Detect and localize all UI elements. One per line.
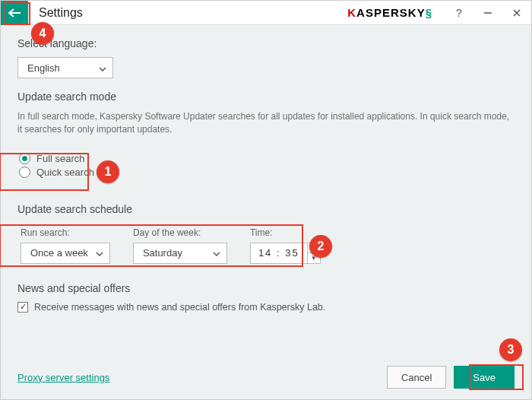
language-value: English [27, 62, 60, 74]
news-checkbox-label: Receive messages with news and special o… [34, 302, 325, 313]
radio-quick-label: Quick search [36, 167, 94, 178]
checkbox-icon [17, 302, 28, 313]
time-value: 14 : 35 [251, 243, 307, 263]
chevron-down-icon [213, 247, 220, 259]
dow-dropdown[interactable]: Saturday [133, 243, 227, 264]
kaspersky-logo: KASPERSKY§ [347, 6, 432, 19]
time-up-button[interactable]: ▲ [308, 243, 320, 253]
cancel-button[interactable]: Cancel [387, 366, 446, 389]
close-button[interactable] [502, 1, 531, 25]
time-down-button[interactable]: ▼ [308, 253, 320, 263]
news-heading: News and special offers [17, 282, 515, 294]
news-checkbox-row[interactable]: Receive messages with news and special o… [17, 302, 515, 313]
run-search-label: Run search: [21, 227, 110, 238]
help-button[interactable]: ? [445, 1, 473, 25]
radio-full-label: Full search [36, 153, 85, 164]
save-button[interactable]: Save [454, 366, 515, 389]
news-section: News and special offers Receive messages… [17, 282, 515, 313]
search-mode-radio-group: Full search Quick search [17, 149, 102, 185]
dow-value: Saturday [143, 247, 182, 259]
back-button[interactable] [1, 1, 28, 25]
language-section: Select language: English [17, 37, 515, 78]
radio-icon [19, 167, 30, 178]
language-dropdown[interactable]: English [17, 57, 113, 78]
chevron-down-icon [96, 247, 103, 259]
content: Select language: English Update search m… [1, 25, 531, 399]
minimize-button[interactable] [473, 1, 502, 25]
time-spinners: ▲ ▼ [307, 243, 320, 263]
settings-window: Settings KASPERSKY§ ? Select language: E… [0, 0, 532, 400]
run-search-dropdown[interactable]: Once a week [21, 243, 110, 264]
search-mode-heading: Update search mode [17, 90, 515, 103]
proxy-settings-link[interactable]: Proxy server settings [17, 372, 109, 383]
time-label: Time: [250, 227, 321, 238]
search-mode-desc: In full search mode, Kaspersky Software … [17, 110, 515, 137]
time-input[interactable]: 14 : 35 ▲ ▼ [250, 243, 321, 264]
window-controls: ? [445, 1, 531, 25]
footer: Proxy server settings Cancel Save [17, 366, 515, 389]
radio-full-search[interactable]: Full search [19, 153, 94, 164]
run-search-value: Once a week [30, 247, 88, 259]
chevron-down-icon [99, 62, 106, 74]
radio-quick-search[interactable]: Quick search [19, 167, 94, 178]
time-col: Time: 14 : 35 ▲ ▼ [250, 227, 321, 264]
titlebar: Settings KASPERSKY§ ? [1, 1, 531, 25]
schedule-heading: Update search schedule [17, 203, 515, 215]
search-mode-section: Update search mode In full search mode, … [17, 90, 515, 195]
day-of-week-col: Day of the week: Saturday [133, 227, 227, 264]
schedule-section: Update search schedule Run search: Once … [17, 203, 515, 271]
dow-label: Day of the week: [133, 227, 227, 238]
language-label: Select language: [17, 37, 515, 49]
schedule-row: Run search: Once a week Day of the week:… [17, 223, 515, 271]
run-search-col: Run search: Once a week [21, 227, 110, 264]
page-title: Settings [39, 6, 83, 20]
radio-icon [19, 153, 30, 164]
